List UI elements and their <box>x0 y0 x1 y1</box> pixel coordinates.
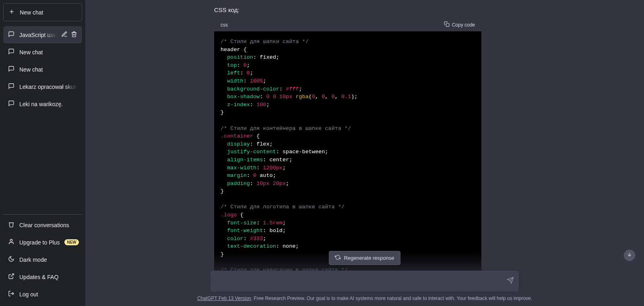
message-text: CSS код: <box>212 6 518 18</box>
sidebar-bottom: Clear conversations Upgrade to Plus NEW … <box>3 214 82 303</box>
logout-button[interactable]: Log out <box>3 285 82 303</box>
message-input[interactable] <box>217 275 500 285</box>
svg-rect-5 <box>446 23 449 27</box>
plus-icon <box>8 8 15 16</box>
regenerate-label: Regenerate response <box>344 255 394 261</box>
logout-label: Log out <box>19 291 38 298</box>
message-input-container <box>211 271 519 292</box>
conversation-item[interactable]: Leki na warikozę. <box>3 95 82 113</box>
clear-conversations-button[interactable]: Clear conversations <box>3 216 82 234</box>
main-area: CSS код: css Copy code /* Стили для шапк… <box>85 0 644 306</box>
chat-icon <box>8 48 14 56</box>
new-chat-label: New chat <box>20 9 43 16</box>
upgrade-label: Upgrade to Plus <box>19 239 60 246</box>
dark-mode-button[interactable]: Dark mode <box>3 251 82 268</box>
scroll-to-bottom-button[interactable] <box>624 250 635 261</box>
conversation-item[interactable]: Lekarz opracował skuteczny <box>3 78 82 95</box>
footer-rest: . Free Research Preview. Our goal is to … <box>251 296 532 301</box>
svg-point-2 <box>10 239 12 241</box>
send-button[interactable] <box>507 277 514 285</box>
chat-icon <box>8 31 14 39</box>
user-icon <box>8 238 14 246</box>
code-body[interactable]: /* Стили для шапки сайта */ header { pos… <box>214 31 481 281</box>
conversation-label: Leki na warikozę. <box>19 101 63 107</box>
send-icon <box>507 278 514 285</box>
conversation-label: Lekarz opracował skuteczny <box>19 84 77 90</box>
faq-label: Updates & FAQ <box>19 274 58 280</box>
version-link[interactable]: ChatGPT Feb 13 Version <box>197 296 251 301</box>
trash-icon[interactable] <box>71 31 77 39</box>
trash-icon <box>8 221 14 229</box>
conversation-label: New chat <box>19 66 43 73</box>
faq-button[interactable]: Updates & FAQ <box>3 268 82 285</box>
conversation-item[interactable]: New chat <box>3 61 82 78</box>
dark-mode-label: Dark mode <box>19 257 47 263</box>
svg-line-3 <box>11 274 14 277</box>
conversation-label: New chat <box>19 49 43 55</box>
code-block: css Copy code /* Стили для шапки сайта *… <box>214 18 481 281</box>
refresh-icon <box>335 255 341 261</box>
conversation-item[interactable]: New chat <box>3 43 82 61</box>
copy-code-button[interactable]: Copy code <box>444 21 475 28</box>
code-block-header: css Copy code <box>214 18 481 31</box>
external-link-icon <box>8 273 14 281</box>
clear-conversations-label: Clear conversations <box>19 222 69 228</box>
upgrade-button[interactable]: Upgrade to Plus NEW <box>3 234 82 251</box>
moon-icon <box>8 256 14 263</box>
copy-code-label: Copy code <box>452 22 475 28</box>
footer-text: ChatGPT Feb 13 Version. Free Research Pr… <box>197 296 532 301</box>
chat-icon <box>8 66 14 73</box>
logout-icon <box>8 290 14 298</box>
conversation-item[interactable]: JavaScript шапка сай <box>3 26 82 43</box>
regenerate-button[interactable]: Regenerate response <box>329 251 400 265</box>
edit-icon[interactable] <box>61 31 68 39</box>
arrow-down-icon <box>627 252 632 259</box>
chat-icon <box>8 100 14 108</box>
sidebar: New chat JavaScript шапка сай <box>0 0 85 306</box>
conversation-list: JavaScript шапка сай New chat New chat <box>3 26 82 214</box>
chat-icon <box>8 83 14 90</box>
clipboard-icon <box>444 21 450 28</box>
code-language-label: css <box>221 22 228 28</box>
new-chat-button[interactable]: New chat <box>3 3 82 21</box>
new-badge: NEW <box>64 239 78 245</box>
conversation-label: JavaScript шапка сай <box>19 32 56 38</box>
